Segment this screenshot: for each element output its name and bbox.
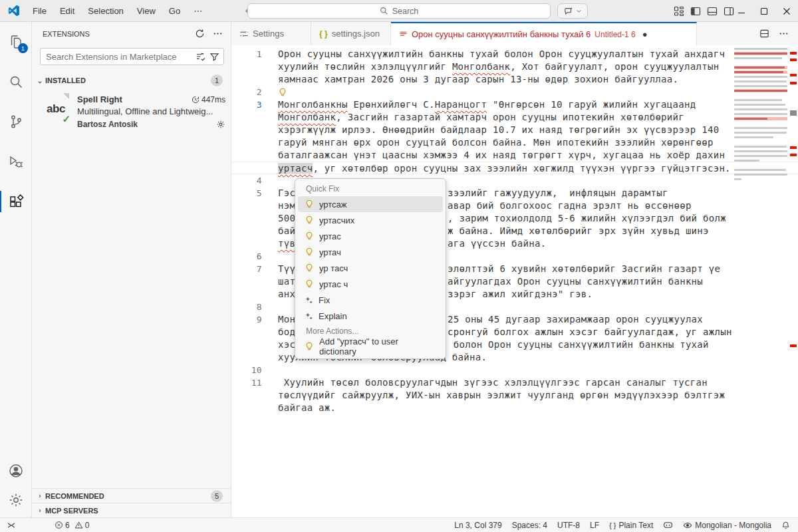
overview-ruler[interactable] <box>789 45 798 517</box>
minimize-button[interactable] <box>730 0 753 22</box>
line-number <box>231 124 262 136</box>
quickfix-suggestion[interactable]: уртсаж <box>298 196 443 212</box>
editor-row[interactable]: хэрэгжүүлж ирлээ. Өнөөдрийн байдлаар 10.… <box>231 124 798 136</box>
line-number: 4 <box>231 174 262 187</box>
customize-layout-icon[interactable] <box>674 6 684 17</box>
settings-sliders-icon <box>239 29 249 39</box>
line-number: 7 <box>231 263 262 275</box>
minimap[interactable] <box>733 45 789 517</box>
search-sidebar-icon[interactable] <box>0 67 32 96</box>
editor-row[interactable]: уртасч, уг хөтөлбөр орон сууцны зах зээл… <box>231 162 798 174</box>
cursor-position[interactable]: Ln 3, Col 379 <box>454 521 501 530</box>
quickfix-copilot-action[interactable]: Explain <box>298 308 443 324</box>
chevron-right-icon: › <box>35 492 45 499</box>
extensions-search-input[interactable] <box>46 52 196 62</box>
quickfix-copilot-action[interactable]: Fix <box>298 292 443 308</box>
tab-settings[interactable]: Settings <box>231 22 311 45</box>
quickfix-suggestion[interactable]: уртас ч <box>298 276 443 292</box>
tab-settings-json[interactable]: { } settings.json <box>311 22 391 45</box>
editor-more-icon[interactable] <box>779 29 789 39</box>
editor-row[interactable]: яамнаас хамтран 2026 оны 3 дугаар сарын … <box>231 73 798 86</box>
settings-gear-icon[interactable] <box>0 485 32 515</box>
chevron-down-icon: ⌄ <box>35 77 45 84</box>
eol-sequence[interactable]: LF <box>590 521 599 530</box>
toggle-panel-icon[interactable] <box>707 6 718 17</box>
filter-list-icon[interactable] <box>196 52 205 62</box>
spellcheck-language[interactable]: Mongolian - Mongolia <box>683 521 771 530</box>
modified-dot-icon[interactable]: ● <box>642 29 648 39</box>
warning-icon <box>74 521 83 529</box>
extensions-icon[interactable] <box>0 187 32 216</box>
quickfix-lightbulb-icon[interactable] <box>278 86 287 98</box>
quickfix-suggestion[interactable]: уртач <box>298 244 443 260</box>
code-text: "Өнгөрсөн 10 гаруй жилийн хугацаанд <box>487 99 696 110</box>
code-text: яамнаас хамтран 2026 оны 3 дугаар сарын … <box>278 74 678 84</box>
menu-file[interactable]: File <box>27 4 53 18</box>
recommended-section-header[interactable]: › RECOMMENDED 5 <box>32 488 231 503</box>
indentation[interactable]: Spaces: 4 <box>512 521 547 530</box>
editor-row[interactable]: 2 <box>231 86 798 98</box>
code-text: бай <box>278 225 295 236</box>
list-file-icon <box>399 30 408 39</box>
remote-indicator-icon[interactable] <box>7 521 16 530</box>
quickfix-menu: Quick Fixуртсажуртасчихуртасуртачур тасч… <box>295 178 446 359</box>
menu-edit[interactable]: Edit <box>54 4 80 18</box>
copilot-status-icon[interactable] <box>663 521 673 529</box>
extension-gear-icon[interactable] <box>216 120 225 129</box>
menu-go[interactable]: Go <box>163 4 186 18</box>
installed-label: INSTALLED <box>45 76 211 84</box>
tab-untitled-document[interactable]: Орон сууцны санхүүжилтийн банкны тухай 6… <box>391 22 697 45</box>
toggle-primary-sidebar-icon[interactable] <box>690 6 701 17</box>
quickfix-suggestion[interactable]: ур тасч <box>298 260 443 276</box>
extension-spell-right[interactable]: abc ✓ Spell Right 447ms Multilingual, Of… <box>41 94 225 129</box>
problems-indicator[interactable]: 6 0 <box>55 521 89 530</box>
extension-name: Spell Right <box>77 94 192 104</box>
sidebar-more-icon[interactable] <box>213 29 223 39</box>
code-text: анх <box>278 289 295 299</box>
run-debug-icon[interactable] <box>0 147 32 176</box>
mcp-servers-section-header[interactable]: › MCP SERVERS <box>32 503 231 517</box>
split-editor-icon[interactable] <box>759 29 769 39</box>
editor-row[interactable]: 11 Хуулийн төсөл боловсруулагчдын зүгээс… <box>231 376 798 389</box>
editor-row[interactable]: баталгаажсан үнэт цаасны хэмжээ 4 их ная… <box>231 149 798 162</box>
close-button[interactable] <box>775 0 798 22</box>
code-text: нэм <box>278 200 295 211</box>
line-number <box>231 73 262 86</box>
explorer-icon[interactable]: 1 <box>0 27 32 57</box>
quickfix-suggestion[interactable]: уртас <box>298 228 443 244</box>
language-mode[interactable]: { } Plain Text <box>609 521 653 530</box>
refresh-icon[interactable] <box>195 29 205 39</box>
editor-row[interactable]: Монголбанк, Засгийн газартай хамтарч оро… <box>231 111 798 124</box>
editor-row[interactable]: төслүүдийг сайжруулж, УИХ-ын хаврын ээлж… <box>231 389 798 402</box>
notifications-bell-icon[interactable] <box>781 521 790 530</box>
menu-more[interactable]: ⋯ <box>188 4 208 18</box>
editor-row[interactable]: гаруй мянган өрх орон сууцтай болсон бай… <box>231 136 798 149</box>
extensions-search-box[interactable] <box>40 48 224 65</box>
quickfix-add-to-dictionary[interactable]: Add "уртасч" to user dictionary <box>298 338 443 354</box>
maximize-button[interactable] <box>753 0 775 22</box>
filter-funnel-icon[interactable] <box>209 52 219 62</box>
editor-row[interactable]: хуулийн төслийн хэлэлцүүлгийг Монголбанк… <box>231 61 798 73</box>
line-number <box>231 162 262 174</box>
editor-row[interactable]: 1Орон сууцны санхүүжилтийн банкны тухай … <box>231 48 798 61</box>
editor-row[interactable]: байгаа аж. <box>231 402 798 414</box>
code-text: Ерөнхийлөгч С. <box>348 99 435 110</box>
extension-author: Bartosz Antosik <box>77 120 216 129</box>
code-text: Түү <box>278 263 295 274</box>
copilot-chat-button[interactable] <box>557 3 588 19</box>
clock-icon <box>192 96 200 104</box>
installed-section-header[interactable]: ⌄ INSTALLED 1 <box>32 73 231 88</box>
encoding[interactable]: UTF-8 <box>557 521 580 530</box>
copilot-chat-icon <box>564 7 573 16</box>
account-icon[interactable] <box>0 456 32 485</box>
line-number <box>231 338 262 351</box>
menu-selection[interactable]: Selection <box>82 4 129 18</box>
source-control-icon[interactable] <box>0 107 32 136</box>
editor-row[interactable]: 3Монголбанкны Ерөнхийлөгч С.Наранцогт "Ө… <box>231 98 798 111</box>
menu-view[interactable]: View <box>131 4 162 18</box>
code-text: хуулийн төслийн хэлэлцүүлгийг <box>278 61 452 72</box>
editor-row[interactable]: 10 <box>231 364 798 376</box>
quickfix-suggestion[interactable]: уртасчих <box>298 212 443 228</box>
warning-count: 0 <box>85 521 90 530</box>
command-center-search[interactable]: Search <box>247 3 551 19</box>
